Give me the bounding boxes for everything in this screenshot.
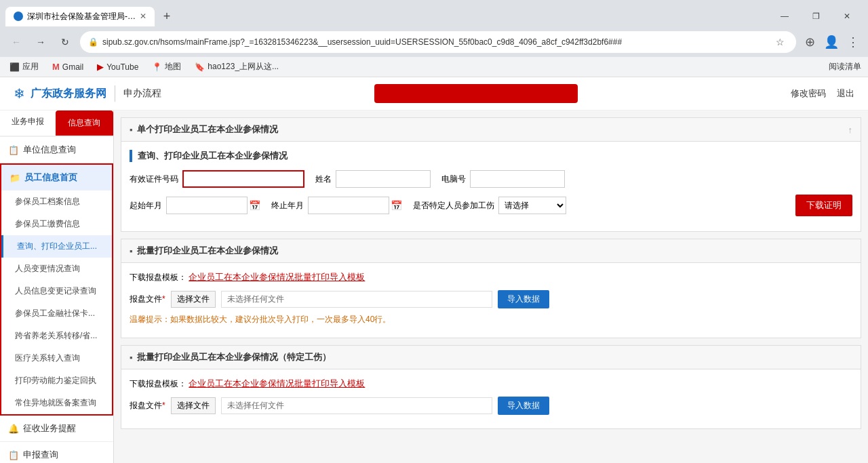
tab-close-button[interactable]: ✕ (140, 12, 146, 21)
section3-required-star: * (162, 401, 165, 410)
name-input[interactable] (336, 170, 431, 188)
section3-template-link[interactable]: 企业员工在本企业参保情况批量打印导入模板 (189, 378, 365, 388)
hao123-icon: 🔖 (195, 62, 205, 72)
section3-file-input-row: 报盘文件* 选择文件 未选择任何文件 导入数据 (130, 397, 852, 415)
sidebar-group-declaration: 📋 申报查询 (0, 442, 113, 463)
file-label-text: 报盘文件 (130, 294, 162, 304)
cert-code-field: 有效证件号码 (130, 170, 304, 188)
refresh-button[interactable]: ↻ (56, 33, 75, 52)
import-data-button[interactable]: 导入数据 (498, 290, 549, 308)
reading-list-button[interactable]: 阅读清单 (829, 61, 861, 73)
section3-choose-file-button[interactable]: 选择文件 (171, 397, 216, 414)
revenue-icon: 🔔 (8, 424, 19, 434)
url-text: sipub.sz.gov.cn/hsoms/mainFrame.jsp?_=16… (102, 37, 768, 47)
declaration-icon: 📋 (8, 450, 19, 460)
youtube-icon: ▶ (97, 62, 104, 72)
main-content: ▪ 单个打印企业员工在本企业参保情况 ↑ 查询、打印企业员工在本企业参保情况 有… (114, 110, 868, 463)
apps-icon: ⬛ (9, 62, 20, 72)
bookmark-maps-label: 地图 (165, 61, 181, 73)
sidebar-item-financial-card[interactable]: 参保员工金融社保卡... (1, 302, 112, 325)
section-batch-print: ▪ 批量打印企业员工在本企业参保情况 下载报盘模板： 企业员工在本企业参保情况批… (121, 239, 861, 338)
sidebar-group-revenue-title[interactable]: 🔔 征收业务提醒 (0, 416, 113, 441)
bookmark-hao123[interactable]: 🔖 hao123_上网从这... (192, 60, 281, 74)
file-input-row: 报盘文件* 选择文件 未选择任何文件 导入数据 (130, 290, 852, 308)
bookmark-gmail[interactable]: M Gmail (50, 60, 86, 73)
logout-link[interactable]: 退出 (837, 87, 854, 100)
start-year-cal-icon[interactable]: 📅 (249, 200, 260, 211)
start-year-label: 起始年月 (130, 200, 162, 212)
site-logo-text: 广东政务服务网 (31, 87, 106, 101)
sidebar-group-unit-info: 📋 单位信息查询 (0, 137, 113, 163)
section3-import-data-button[interactable]: 导入数据 (498, 397, 549, 415)
end-year-field: 终止年月 📅 (271, 197, 402, 214)
sidebar-item-medical-transfer[interactable]: 医疗关系转入查询 (1, 347, 112, 369)
bookmark-maps[interactable]: 📍 地图 (149, 60, 184, 74)
tab-info-query[interactable]: 信息查询 (56, 110, 114, 136)
section1-icon: ▪ (130, 125, 133, 135)
sidebar-item-medical-record[interactable]: 常住异地就医备案查询 (1, 392, 112, 414)
sidebar-item-member-payment[interactable]: 参保员工缴费信息 (1, 213, 112, 235)
section-batch-print-header: ▪ 批量打印企业员工在本企业参保情况 (121, 239, 861, 263)
download-cert-button[interactable]: 下载证明 (795, 195, 852, 216)
extensions-button[interactable]: ⊕ (802, 34, 818, 50)
choose-file-button[interactable]: 选择文件 (171, 291, 216, 308)
forward-button[interactable]: → (31, 33, 50, 52)
tab-favicon (14, 12, 23, 21)
more-options-button[interactable]: ⋮ (845, 34, 861, 50)
bookmark-youtube[interactable]: ▶ YouTube (94, 60, 141, 73)
section1-sort-icon[interactable]: ↑ (848, 125, 853, 135)
name-field: 姓名 (315, 170, 431, 188)
end-year-label: 终止年月 (271, 200, 304, 212)
section3-body: 下载报盘模板： 企业员工在本企业参保情况批量打印导入模板 报盘文件* 选择文件 … (121, 369, 861, 428)
bookmark-gmail-label: Gmail (62, 62, 83, 72)
section2-icon: ▪ (130, 246, 133, 256)
modify-password-link[interactable]: 修改密码 (791, 87, 826, 100)
site-logo-icon: ❄ (14, 85, 25, 102)
section-batch-print-injury: ▪ 批量打印企业员工在本企业参保情况（特定工伤） 下载报盘模板： 企业员工在本企… (121, 345, 861, 429)
pc-num-input[interactable] (470, 170, 565, 188)
end-year-cal-icon[interactable]: 📅 (391, 200, 402, 211)
ssl-lock-icon: 🔒 (88, 37, 98, 47)
sidebar-item-pension-transfer[interactable]: 跨省养老关系转移/省... (1, 325, 112, 347)
section1-title: 单个打印企业员工在本企业参保情况 (137, 123, 278, 136)
section3-file-label-text: 报盘文件 (130, 401, 162, 410)
sidebar-item-member-archive[interactable]: 参保员工档案信息 (1, 190, 112, 213)
pc-num-label: 电脑号 (441, 174, 466, 185)
sidebar-item-info-change-record[interactable]: 人员信息变更记录查询 (1, 280, 112, 302)
sidebar-item-print-appraisal[interactable]: 打印劳动能力鉴定回执 (1, 369, 112, 392)
template-link[interactable]: 企业员工在本企业参保情况批量打印导入模板 (189, 272, 365, 282)
section1-body: 查询、打印企业员工在本企业参保情况 有效证件号码 姓名 电脑号 (121, 142, 861, 231)
unit-info-icon: 📋 (8, 145, 19, 155)
sidebar-group-revenue: 🔔 征收业务提醒 (0, 416, 113, 442)
section-single-print-header: ▪ 单个打印企业员工在本企业参保情况 ↑ (121, 118, 861, 142)
file-name-display: 未选择任何文件 (221, 291, 492, 308)
section3-template-row: 下载报盘模板： 企业员工在本企业参保情况批量打印导入模板 (130, 378, 852, 390)
sidebar-group-unit-title[interactable]: 📋 单位信息查询 (0, 137, 113, 163)
sidebar-item-personnel-change[interactable]: 人员变更情况查询 (1, 258, 112, 280)
declaration-label: 申报查询 (23, 449, 58, 461)
back-button[interactable]: ← (7, 33, 26, 52)
tab-business-report[interactable]: 业务申报 (0, 110, 56, 136)
cert-code-input[interactable] (182, 170, 304, 188)
cert-code-label: 有效证件号码 (130, 174, 178, 185)
sidebar-item-query-print[interactable]: 查询、打印企业员工... (1, 235, 112, 258)
sidebar-group-employee-title[interactable]: 📁 员工信息首页 (1, 165, 112, 190)
close-button[interactable]: ✕ (831, 5, 863, 27)
sidebar-group-declaration-title[interactable]: 📋 申报查询 (0, 442, 113, 463)
start-year-input[interactable] (166, 197, 248, 214)
bookmark-star-icon[interactable]: ☆ (772, 34, 788, 50)
header-search-bar[interactable] (374, 84, 578, 103)
end-year-input[interactable] (308, 197, 389, 214)
special-person-select[interactable]: 请选择 (498, 197, 566, 214)
warning-text: 温馨提示：如果数据比较大，建议分批次导入打印，一次最多导入40行。 (130, 314, 852, 325)
revenue-label: 征收业务提醒 (23, 422, 76, 435)
minimize-button[interactable]: — (769, 5, 800, 27)
active-tab[interactable]: 深圳市社会保险基金管理局-单位... ✕ (5, 7, 155, 26)
sidebar: 业务申报 信息查询 📋 单位信息查询 📁 员工信息首页 参保员工档案信息 参保员… (0, 110, 114, 463)
gmail-icon: M (52, 62, 60, 72)
profile-button[interactable]: 👤 (823, 34, 840, 50)
bookmark-apps-label: 应用 (22, 61, 39, 73)
maximize-button[interactable]: ❐ (800, 5, 831, 27)
bookmark-apps[interactable]: ⬛ 应用 (7, 60, 41, 74)
new-tab-button[interactable]: + (157, 7, 176, 26)
